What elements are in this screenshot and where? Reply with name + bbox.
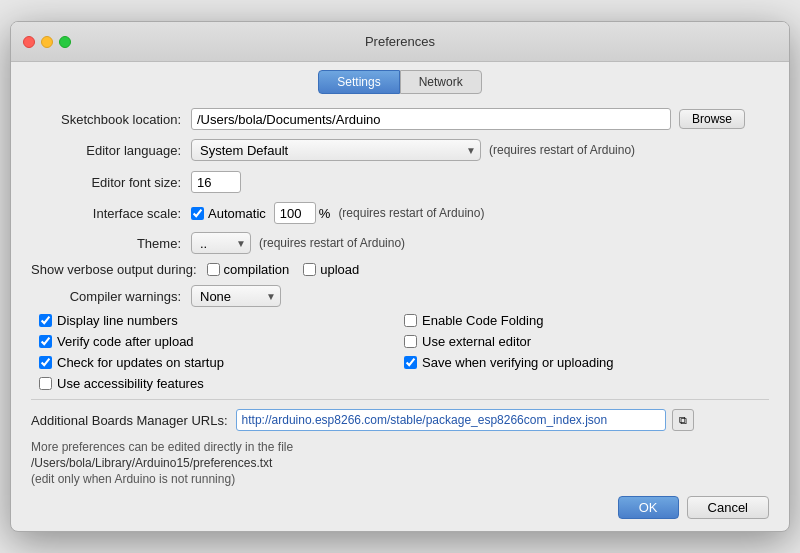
save-verifying-checkbox[interactable] bbox=[404, 356, 417, 369]
editor-language-select[interactable]: System Default bbox=[191, 139, 481, 161]
verify-code-checkbox[interactable] bbox=[39, 335, 52, 348]
footer-note2: (edit only when Arduino is not running) bbox=[31, 472, 769, 486]
code-folding-label: Enable Code Folding bbox=[422, 313, 543, 328]
cancel-button[interactable]: Cancel bbox=[687, 496, 769, 519]
theme-hint: (requires restart of Arduino) bbox=[259, 236, 405, 250]
close-button[interactable] bbox=[23, 36, 35, 48]
compiler-warnings-select[interactable]: None bbox=[191, 285, 281, 307]
preferences-window: Preferences Settings Network Sketchbook … bbox=[10, 21, 790, 532]
sketchbook-label: Sketchbook location: bbox=[31, 112, 191, 127]
interface-scale-row: Interface scale: Automatic % (requires r… bbox=[31, 202, 769, 224]
boards-url-input[interactable] bbox=[236, 409, 666, 431]
save-verifying-label: Save when verifying or uploading bbox=[422, 355, 614, 370]
browse-button[interactable]: Browse bbox=[679, 109, 745, 129]
editor-language-label: Editor language: bbox=[31, 143, 191, 158]
compiler-warnings-label: Compiler warnings: bbox=[31, 289, 191, 304]
footer-note1: More preferences can be edited directly … bbox=[31, 440, 769, 454]
interface-scale-label: Interface scale: bbox=[31, 206, 191, 221]
check-updates-item: Check for updates on startup bbox=[39, 355, 404, 370]
traffic-lights bbox=[23, 36, 71, 48]
verbose-row: Show verbose output during: compilation … bbox=[31, 262, 769, 277]
display-line-numbers-label: Display line numbers bbox=[57, 313, 178, 328]
verbose-label: Show verbose output during: bbox=[31, 262, 207, 277]
editor-font-input[interactable] bbox=[191, 171, 241, 193]
editor-font-label: Editor font size: bbox=[31, 175, 191, 190]
code-folding-item: Enable Code Folding bbox=[404, 313, 769, 328]
external-editor-item: Use external editor bbox=[404, 334, 769, 349]
editor-font-row: Editor font size: bbox=[31, 170, 769, 194]
accessibility-label: Use accessibility features bbox=[57, 376, 204, 391]
tab-network[interactable]: Network bbox=[400, 70, 482, 94]
check-updates-checkbox[interactable] bbox=[39, 356, 52, 369]
tab-settings[interactable]: Settings bbox=[318, 70, 399, 94]
theme-select[interactable]: .. bbox=[191, 232, 251, 254]
editor-language-row: Editor language: System Default ▼ (requi… bbox=[31, 138, 769, 162]
code-folding-checkbox[interactable] bbox=[404, 314, 417, 327]
editor-language-hint: (requires restart of Arduino) bbox=[489, 143, 635, 157]
buttons-row: OK Cancel bbox=[31, 496, 769, 519]
minimize-button[interactable] bbox=[41, 36, 53, 48]
display-line-numbers-item: Display line numbers bbox=[39, 313, 404, 328]
boards-url-icon-button[interactable]: ⧉ bbox=[672, 409, 694, 431]
accessibility-checkbox[interactable] bbox=[39, 377, 52, 390]
window-title: Preferences bbox=[365, 34, 435, 49]
copy-icon: ⧉ bbox=[679, 414, 687, 427]
verify-code-item: Verify code after upload bbox=[39, 334, 404, 349]
external-editor-checkbox[interactable] bbox=[404, 335, 417, 348]
tab-bar: Settings Network bbox=[11, 62, 789, 94]
verify-code-label: Verify code after upload bbox=[57, 334, 194, 349]
sketchbook-input[interactable] bbox=[191, 108, 671, 130]
editor-language-select-wrapper: System Default ▼ bbox=[191, 139, 481, 161]
auto-scale-checkbox[interactable] bbox=[191, 207, 204, 220]
sketchbook-row: Sketchbook location: Browse bbox=[31, 108, 769, 130]
maximize-button[interactable] bbox=[59, 36, 71, 48]
compiler-warnings-row: Compiler warnings: None ▼ bbox=[31, 285, 769, 307]
auto-label: Automatic bbox=[208, 206, 266, 221]
footer-path: /Users/bola/Library/Arduino15/preference… bbox=[31, 456, 769, 470]
accessibility-item: Use accessibility features bbox=[39, 376, 404, 391]
boards-url-label: Additional Boards Manager URLs: bbox=[31, 413, 228, 428]
percent-symbol: % bbox=[319, 206, 331, 221]
save-verifying-item: Save when verifying or uploading bbox=[404, 355, 769, 370]
ok-button[interactable]: OK bbox=[618, 496, 679, 519]
theme-select-wrapper: .. ▼ bbox=[191, 232, 251, 254]
interface-scale-hint: (requires restart of Arduino) bbox=[338, 206, 484, 220]
external-editor-label: Use external editor bbox=[422, 334, 531, 349]
scale-percent-input[interactable] bbox=[274, 202, 316, 224]
check-updates-label: Check for updates on startup bbox=[57, 355, 224, 370]
titlebar: Preferences bbox=[11, 22, 789, 62]
compiler-warnings-select-wrapper: None ▼ bbox=[191, 285, 281, 307]
theme-label: Theme: bbox=[31, 236, 191, 251]
settings-content: Sketchbook location: Browse Editor langu… bbox=[11, 94, 789, 531]
boards-url-row: Additional Boards Manager URLs: ⧉ bbox=[31, 408, 769, 432]
compilation-checkbox[interactable] bbox=[207, 263, 220, 276]
upload-label: upload bbox=[320, 262, 359, 277]
checkboxes-grid: Display line numbers Enable Code Folding… bbox=[39, 313, 769, 391]
theme-row: Theme: .. ▼ (requires restart of Arduino… bbox=[31, 232, 769, 254]
compilation-label: compilation bbox=[224, 262, 290, 277]
display-line-numbers-checkbox[interactable] bbox=[39, 314, 52, 327]
upload-checkbox[interactable] bbox=[303, 263, 316, 276]
